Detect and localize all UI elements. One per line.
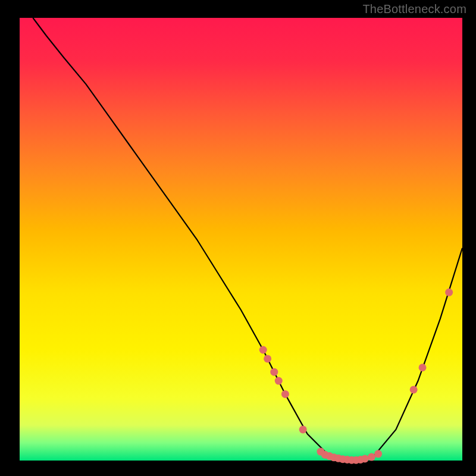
highlight-dots-point (299, 425, 307, 433)
highlight-dots-point (368, 453, 375, 461)
highlight-dots-point (374, 450, 382, 458)
bottleneck-chart (0, 0, 476, 476)
highlight-dots-point (270, 368, 278, 376)
highlight-dots-point (281, 390, 289, 398)
highlight-dots-point (361, 455, 369, 463)
highlight-dots-point (275, 377, 283, 385)
highlight-dots-point (259, 346, 267, 354)
highlight-dots-point (445, 289, 453, 296)
highlight-dots-point (264, 355, 271, 362)
highlight-dots-point (419, 364, 427, 371)
highlight-dots-point (410, 386, 418, 393)
